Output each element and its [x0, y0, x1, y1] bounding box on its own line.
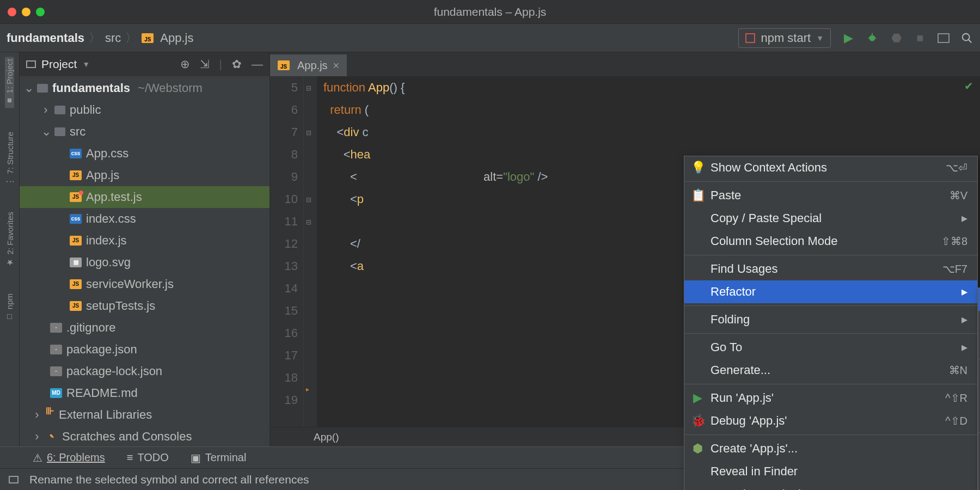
status-message: Rename the selected symbol and correct a…: [29, 473, 309, 486]
project-tree[interactable]: ⌄ fundamentals ~/Webstorm › public ⌄ src…: [20, 76, 270, 446]
chevron-down-icon[interactable]: ⌄: [41, 121, 50, 143]
tool-window-terminal[interactable]: ▣Terminal: [191, 451, 247, 464]
line-gutter: 5 6 7 8 9 10 11 12 13 14 15 16 17 18 19: [270, 76, 304, 427]
run-gutter-icon[interactable]: ▸: [306, 378, 309, 401]
menu-item-create[interactable]: ⬢Create 'App.js'...: [684, 437, 977, 460]
hide-icon[interactable]: —: [252, 58, 263, 71]
close-window-icon[interactable]: [8, 8, 16, 16]
inspection-ok-icon[interactable]: ✔: [964, 79, 973, 93]
chevron-right-icon[interactable]: ›: [33, 404, 41, 426]
menu-item-paste[interactable]: 📋Paste⌘V: [684, 184, 977, 207]
menu-item-folding[interactable]: Folding▸: [684, 308, 977, 331]
fold-icon[interactable]: ⊟: [306, 122, 311, 144]
chevron-right-icon[interactable]: ›: [33, 426, 41, 446]
menu-item-show-context-actions[interactable]: 💡Show Context Actions⌥⏎: [684, 156, 977, 179]
fold-icon[interactable]: ⊟: [306, 77, 311, 100]
title-bar: fundamentals – App.js: [0, 0, 980, 24]
project-panel-title[interactable]: Project: [41, 58, 77, 71]
fold-icon[interactable]: ⊟: [306, 189, 311, 211]
menu-item-reveal-finder[interactable]: Reveal in Finder: [684, 460, 977, 483]
line-number: 8: [270, 143, 298, 166]
play-icon: ▶: [691, 391, 704, 405]
tool-window-npm-tab[interactable]: □npm: [5, 291, 14, 324]
tree-root[interactable]: ⌄ fundamentals ~/Webstorm: [20, 77, 270, 99]
tool-window-structure-tab[interactable]: ⋮7: Structure: [5, 130, 15, 188]
menu-item-goto[interactable]: Go To▸: [684, 336, 977, 359]
expand-all-icon[interactable]: ⇲: [200, 58, 210, 71]
tree-external-libs[interactable]: ›⊪External Libraries: [20, 404, 270, 426]
dropdown-icon[interactable]: ▼: [82, 60, 90, 69]
chevron-right-icon[interactable]: ›: [41, 99, 50, 121]
menu-item-generate[interactable]: Generate...⌘N: [684, 359, 977, 382]
settings-icon[interactable]: ✿: [232, 58, 242, 71]
tree-item-label: package.json: [66, 339, 137, 360]
line-number: 12: [270, 232, 298, 255]
tree-item-label: App.css: [86, 143, 128, 164]
line-number: 15: [270, 299, 298, 322]
npm-icon: [745, 33, 755, 43]
menu-label: Find Usages: [710, 262, 778, 276]
tree-scratches[interactable]: ›✎Scratches and Consoles: [20, 426, 270, 446]
minimize-window-icon[interactable]: [22, 8, 30, 16]
tree-file-gitignore[interactable]: ◦.gitignore: [20, 317, 270, 339]
tab-label: App.js: [297, 59, 328, 72]
tree-folder-src[interactable]: ⌄ src: [20, 121, 270, 143]
chevron-down-icon[interactable]: ⌄: [24, 77, 33, 99]
chevron-right-icon: 〉: [125, 30, 137, 46]
breadcrumb-src[interactable]: src: [105, 31, 121, 45]
fold-icon[interactable]: ⊟: [306, 211, 311, 234]
line-number: 17: [270, 344, 298, 366]
js-file-icon: JS: [70, 236, 82, 246]
locate-icon[interactable]: ⊕: [180, 58, 190, 71]
coverage-button[interactable]: ⬣: [890, 32, 903, 45]
code-punct: />: [534, 170, 548, 183]
code-string: "logo": [503, 170, 534, 183]
run-button[interactable]: ▶: [842, 32, 855, 45]
menu-item-copy-paste-special[interactable]: Copy / Paste Special▸: [684, 207, 977, 230]
tool-windows-icon[interactable]: [9, 476, 19, 483]
tree-file-readme[interactable]: MDREADME.md: [20, 382, 270, 404]
close-tab-icon[interactable]: ×: [333, 59, 340, 72]
menu-item-find-usages[interactable]: Find Usages⌥F7: [684, 258, 977, 280]
tree-file-appcss[interactable]: cssApp.css: [20, 143, 270, 164]
tree-file-packagelock[interactable]: ◦package-lock.json: [20, 360, 270, 382]
code-breadcrumb-item[interactable]: App(): [314, 431, 339, 443]
tree-file-setuptests[interactable]: JSsetupTests.js: [20, 295, 270, 317]
tree-file-logosvg[interactable]: ▧logo.svg: [20, 252, 270, 273]
tree-file-apptest[interactable]: JSApp.test.js: [20, 186, 270, 208]
run-configuration-selector[interactable]: npm start ▼: [738, 28, 831, 48]
js-file-icon: JS: [70, 170, 82, 180]
tree-file-appjs[interactable]: JSApp.js: [20, 164, 270, 186]
warning-icon: ⚠: [33, 451, 42, 464]
tool-window-todo[interactable]: ≡TODO: [127, 451, 169, 464]
menu-item-open-terminal[interactable]: ▣Open in Terminal: [684, 483, 977, 490]
code-attr: alt=: [483, 170, 503, 183]
menu-item-run[interactable]: ▶Run 'App.js'^⇧R: [684, 387, 977, 409]
breadcrumb-root[interactable]: fundamentals: [7, 31, 84, 45]
tool-window-project-tab[interactable]: ■1: Project: [5, 57, 14, 108]
tree-item-label: setupTests.js: [86, 295, 155, 317]
tree-file-serviceworker[interactable]: JSserviceWorker.js: [20, 273, 270, 295]
tool-window-favorites-tab[interactable]: ★2: Favorites: [5, 210, 15, 270]
breadcrumb[interactable]: fundamentals 〉 src 〉 JS App.js: [7, 30, 194, 46]
layout-button[interactable]: [938, 33, 950, 43]
folder-icon: [37, 84, 48, 93]
tree-file-indexcss[interactable]: cssindex.css: [20, 208, 270, 230]
tree-file-indexjs[interactable]: JSindex.js: [20, 230, 270, 252]
stop-button[interactable]: ■: [914, 32, 927, 45]
search-everywhere-button[interactable]: [960, 32, 973, 45]
menu-item-refactor[interactable]: Refactor▸: [684, 280, 977, 303]
breadcrumb-file[interactable]: App.js: [160, 31, 193, 45]
menu-item-debug[interactable]: 🐞Debug 'App.js'^⇧D: [684, 409, 977, 432]
maximize-window-icon[interactable]: [36, 8, 45, 16]
md-file-icon: MD: [50, 388, 62, 398]
debug-button[interactable]: [866, 32, 879, 45]
menu-item-column-selection[interactable]: Column Selection Mode⇧⌘8: [684, 230, 977, 253]
shortcut: ^⇧D: [945, 414, 967, 427]
tree-file-package[interactable]: ◦package.json: [20, 339, 270, 360]
fold-gutter[interactable]: ⊟ ⊟ ⊟ ⊟ ▸: [304, 76, 317, 427]
editor-tab-appjs[interactable]: JS App.js ×: [270, 54, 347, 76]
tool-window-problems[interactable]: ⚠6: Problems: [33, 451, 105, 464]
nodejs-icon: ⬢: [691, 442, 704, 456]
tree-folder-public[interactable]: › public: [20, 99, 270, 121]
